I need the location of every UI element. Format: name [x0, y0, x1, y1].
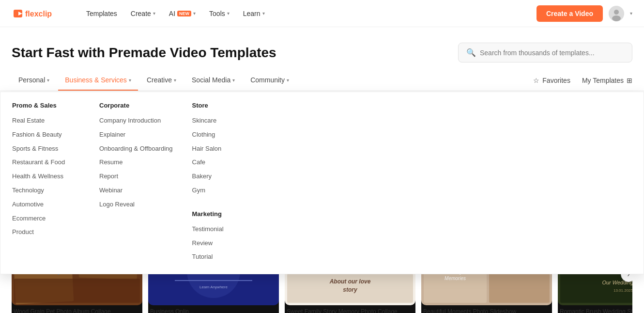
- dropdown-header-marketing: Marketing: [192, 210, 260, 218]
- dropdown-item[interactable]: Testimonial: [192, 222, 260, 236]
- svg-text:About our love: About our love: [329, 278, 371, 285]
- avatar[interactable]: [609, 6, 624, 21]
- chevron-down-icon: ▾: [47, 78, 49, 83]
- dropdown-item[interactable]: Restaurant & Food: [12, 156, 80, 170]
- nav-tools[interactable]: Tools ▾: [203, 6, 235, 21]
- dropdown-col-store: Store Skincare Clothing Hair Salon Cafe …: [192, 102, 260, 264]
- dropdown-item[interactable]: Explainer: [99, 128, 173, 142]
- svg-rect-58: [14, 279, 140, 303]
- search-icon: 🔍: [466, 48, 476, 57]
- hero-section: Start Fast with Premade Video Templates …: [0, 27, 644, 70]
- templates-icon: ⊞: [627, 77, 632, 84]
- svg-rect-75: [489, 272, 550, 303]
- dropdown-item[interactable]: Health & Wellness: [12, 170, 80, 184]
- template-label: Romantic Brush Wedding Story Photo Colla…: [558, 305, 632, 313]
- svg-point-4: [614, 10, 619, 15]
- search-input[interactable]: [480, 49, 624, 57]
- dropdown-item[interactable]: Skincare: [192, 114, 260, 128]
- svg-text:13.01.2025: 13.01.2025: [613, 288, 632, 293]
- dropdown-item[interactable]: Review: [192, 236, 260, 250]
- dropdown-item[interactable]: Hair Salon: [192, 142, 260, 156]
- dropdown-item[interactable]: Product: [12, 225, 80, 239]
- logo[interactable]: flexclip: [12, 6, 65, 21]
- dropdown-item[interactable]: Webinar: [99, 184, 173, 198]
- dropdown-item[interactable]: Bakery: [192, 170, 260, 184]
- hero-title: Start Fast with Premade Video Templates: [12, 45, 276, 61]
- dropdown-item[interactable]: Clothing: [192, 128, 260, 142]
- cat-personal[interactable]: Personal ▾: [12, 70, 56, 91]
- template-label: Beautiful Moments Photo Slideshow: [421, 305, 552, 313]
- business-dropdown: Promo & Sales Real Estate Fashion & Beau…: [0, 92, 644, 274]
- create-video-button[interactable]: Create a Video: [537, 5, 603, 22]
- favorites-button[interactable]: ☆ Favorites: [533, 77, 570, 84]
- cat-community[interactable]: Community ▾: [244, 70, 296, 91]
- dropdown-item[interactable]: Logo Reveal: [99, 198, 173, 212]
- dropdown-col-corporate: Corporate Company Introduction Explainer…: [99, 102, 173, 264]
- chevron-down-icon: ▾: [232, 78, 235, 83]
- template-label: Wood Grain Pet Photo Album Collage: [12, 305, 142, 313]
- svg-rect-63: [175, 280, 252, 281]
- svg-text:Learn Anywhere: Learn Anywhere: [199, 285, 228, 289]
- cat-business[interactable]: Business & Services ▾: [58, 70, 138, 91]
- template-label: Business Onlin...: [148, 305, 279, 313]
- dropdown-col-promo: Promo & Sales Real Estate Fashion & Beau…: [12, 102, 80, 264]
- chevron-down-icon: ▾: [630, 11, 632, 16]
- svg-text:story: story: [343, 286, 358, 293]
- nav-templates[interactable]: Templates: [80, 6, 123, 21]
- chevron-down-icon: ▾: [227, 11, 230, 16]
- dropdown-item[interactable]: Gym: [192, 184, 260, 198]
- nav-ai[interactable]: AI NEW ▾: [163, 6, 201, 21]
- my-templates-button[interactable]: My Templates ⊞: [582, 77, 632, 84]
- star-icon: ☆: [533, 77, 539, 84]
- chevron-down-icon: ▾: [174, 78, 176, 83]
- dropdown-item[interactable]: Fashion & Beauty: [12, 128, 80, 142]
- search-bar: 🔍: [458, 43, 632, 63]
- template-label: Sweet Family Story Memory Photo Collage …: [285, 305, 415, 313]
- svg-text:Memories: Memories: [445, 276, 466, 281]
- dropdown-item[interactable]: Onboarding & Offboarding: [99, 142, 173, 156]
- dropdown-item[interactable]: Tutorial: [192, 250, 260, 264]
- nav-learn[interactable]: Learn ▾: [237, 6, 271, 21]
- dropdown-item[interactable]: Resume: [99, 156, 173, 170]
- chevron-down-icon: ▾: [262, 11, 265, 16]
- svg-point-5: [612, 16, 621, 21]
- category-nav-wrapper: Personal ▾ Business & Services ▾ Creativ…: [0, 70, 644, 91]
- top-nav: flexclip Templates Create ▾ AI NEW ▾ Too…: [0, 0, 644, 27]
- new-badge: NEW: [177, 11, 191, 16]
- dropdown-item[interactable]: Company Introduction: [99, 114, 173, 128]
- chevron-down-icon: ▾: [193, 11, 196, 16]
- dropdown-header-promo: Promo & Sales: [12, 102, 80, 109]
- category-nav: Personal ▾ Business & Services ▾ Creativ…: [0, 70, 644, 91]
- svg-text:flexclip: flexclip: [25, 10, 52, 18]
- chevron-down-icon: ▾: [129, 78, 131, 83]
- chevron-down-icon: ▾: [153, 11, 155, 16]
- dropdown-header-corporate: Corporate: [99, 102, 173, 109]
- nav-create[interactable]: Create ▾: [125, 6, 161, 21]
- cat-social-media[interactable]: Social Media ▾: [185, 70, 242, 91]
- dropdown-item[interactable]: Report: [99, 170, 173, 184]
- dropdown-item[interactable]: Sports & Fitness: [12, 142, 80, 156]
- dropdown-item[interactable]: Automotive: [12, 198, 80, 212]
- dropdown-header-store: Store: [192, 102, 260, 109]
- dropdown-item[interactable]: Ecommerce: [12, 212, 80, 226]
- dropdown-item[interactable]: Technology: [12, 184, 80, 198]
- dropdown-item[interactable]: Cafe: [192, 156, 260, 170]
- chevron-down-icon: ▾: [287, 78, 289, 83]
- cat-creative[interactable]: Creative ▾: [140, 70, 183, 91]
- dropdown-item[interactable]: Real Estate: [12, 114, 80, 128]
